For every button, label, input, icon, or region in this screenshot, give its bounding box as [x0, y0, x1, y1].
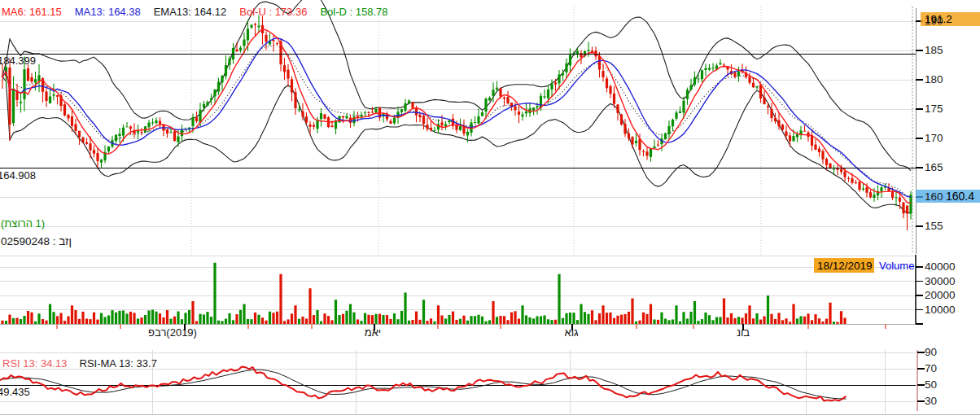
legend-bollinger-upper: Bol-U : 173.36 — [239, 6, 307, 18]
volume-pane-title: Volume — [879, 260, 914, 272]
crosshair-price-tag-value: 191.2 — [925, 13, 952, 25]
security-name-label: 02590248 : בזן — [1, 235, 72, 247]
x-axis-month-label: מאי — [332, 326, 413, 339]
price-axis-tick-label: 165 — [925, 161, 943, 173]
configuration-label: (תצורה 1) — [1, 217, 45, 230]
rsi-axis-tick-label: 90 — [925, 346, 937, 358]
legend-rsi-ma: RSI-MA 13: 33.7 — [80, 357, 157, 370]
x-axis-month-label: אוג — [531, 326, 612, 339]
legend-ma13: MA13: 164.38 — [75, 6, 141, 18]
legend-ma6: MA6: 161.15 — [2, 6, 62, 18]
x-axis-month-label: נוב — [702, 326, 784, 339]
rsi-indicator-legend: RSI 13: 34.13RSI-MA 13: 33.7 — [2, 357, 169, 370]
price-axis-tick-label: 175 — [925, 103, 943, 115]
legend-ema13: EMA13: 164.12 — [154, 6, 227, 18]
price-axis-tick-label: 160 — [925, 190, 943, 203]
volume-axis-tick-label: 10000 — [925, 304, 956, 316]
legend-rsi: RSI 13: 34.13 — [2, 357, 68, 370]
crosshair-date-tag-value: 18/12/2019 — [817, 260, 873, 272]
x-axis-month-label: פבר(2019) — [132, 326, 213, 339]
hline-label-upper: 184.399 — [0, 55, 36, 67]
price-axis-tick-label: 170 — [925, 132, 943, 144]
price-axis-tick-label: 185 — [925, 44, 943, 56]
rsi-axis-tick-label: 70 — [925, 362, 937, 374]
rsi-hline-label: 49.435 — [0, 386, 30, 398]
price-indicator-legend: MA6: 161.15MA13: 164.38EMA13: 164.12Bol-… — [2, 6, 401, 18]
price-axis-tick-label: 180 — [925, 73, 943, 85]
hline-label-lower: 164.908 — [0, 169, 36, 182]
rsi-axis-tick-label: 50 — [925, 378, 937, 391]
volume-axis-tick-label: 30000 — [925, 275, 956, 287]
volume-axis-tick-label: 40000 — [925, 260, 956, 273]
rsi-axis-tick-label: 30 — [925, 395, 937, 407]
trading-chart-app: MA6: 161.15MA13: 164.38EMA13: 164.12Bol-… — [0, 0, 980, 420]
price-axis-tick-label: 155 — [925, 220, 943, 232]
volume-axis-tick-label: 20000 — [925, 289, 956, 301]
last-price-tag-value: 160.4 — [946, 190, 974, 203]
legend-bollinger-lower: Bol-D : 158.78 — [320, 6, 387, 18]
